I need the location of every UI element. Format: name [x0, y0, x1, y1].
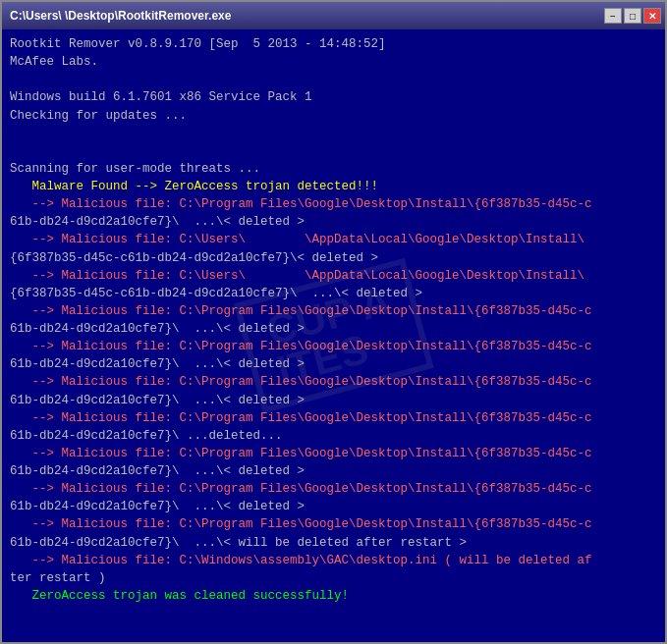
console-area: CUP AITES Rootkit Remover v0.8.9.170 [Se… [2, 29, 665, 642]
main-window: C:\Users\ \Desktop\RootkitRemover.exe − … [0, 0, 667, 644]
maximize-button[interactable]: □ [624, 8, 641, 24]
console-output: Rootkit Remover v0.8.9.170 [Sep 5 2013 -… [10, 35, 657, 642]
window-controls: − □ ✕ [604, 8, 661, 24]
title-bar: C:\Users\ \Desktop\RootkitRemover.exe − … [2, 2, 665, 29]
minimize-button[interactable]: − [604, 8, 622, 24]
console-scroll[interactable]: Rootkit Remover v0.8.9.170 [Sep 5 2013 -… [2, 29, 665, 642]
window-title: C:\Users\ \Desktop\RootkitRemover.exe [10, 9, 231, 23]
close-button[interactable]: ✕ [643, 8, 661, 24]
